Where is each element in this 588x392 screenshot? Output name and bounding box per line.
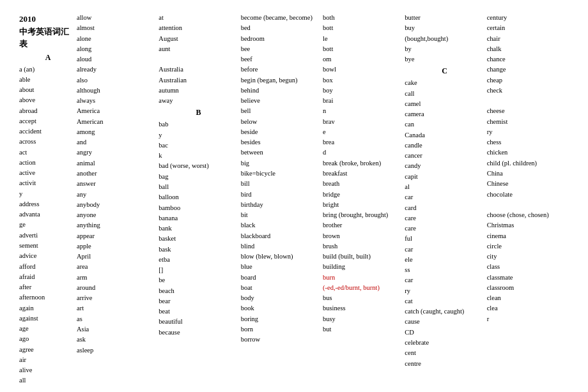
title-main: 中考英语词汇 — [19, 27, 69, 36]
col-7: century certain chair chalk chance chang… — [487, 13, 569, 386]
col-5: both bott le bott om bowl box boy brai n… — [323, 13, 405, 386]
section-c: C — [405, 66, 484, 76]
col-4: become (became, become) bed bedroom bee … — [241, 13, 323, 386]
title-year: 2010 — [19, 14, 36, 24]
words-grid: allow almost alone along aloud already a… — [77, 13, 569, 386]
col-6: butter buy (bought,bought) by bye C cake… — [405, 13, 486, 386]
word-business: business — [323, 303, 402, 313]
title-block: 2010 中考英语词汇 表 A a (an) able about above … — [19, 13, 77, 386]
col-3: at attention August aunt Australia Austr… — [159, 13, 240, 386]
section-a: A — [19, 53, 77, 63]
col-2: allow almost alone along aloud already a… — [77, 13, 159, 386]
page: 2010 中考英语词汇 表 A a (an) able about above … — [19, 13, 569, 392]
section-b: B — [159, 108, 238, 117]
title-sub: 表 — [19, 39, 27, 49]
